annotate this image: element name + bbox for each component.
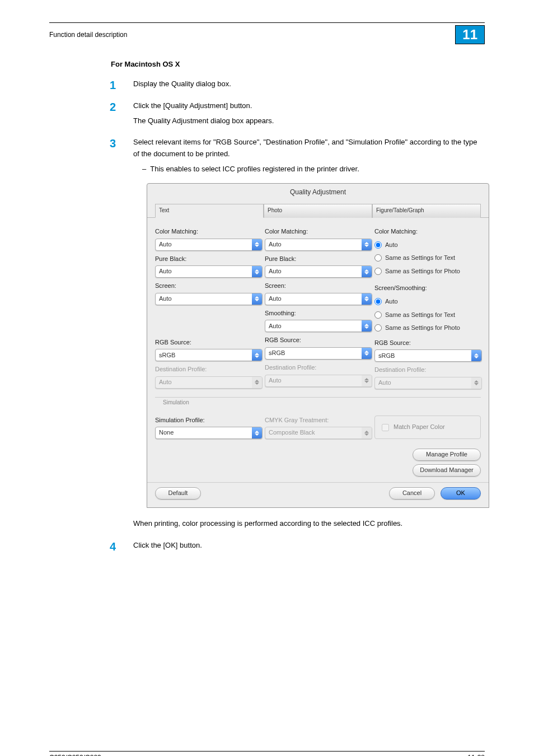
step-2: Click the [Quality Adjustment] button. T… (110, 100, 485, 127)
stepper-icon (252, 239, 262, 250)
tab-figure[interactable]: Figure/Table/Graph (372, 204, 481, 218)
radio-ss-auto[interactable]: Auto (374, 297, 481, 307)
column-photo: Color Matching: Auto Pure Black: Auto Sc… (265, 223, 371, 389)
step-4: Click the [OK] button. (110, 540, 485, 552)
label-pure-black-1: Pure Black: (155, 254, 261, 264)
simulation-group-label: Simulation (155, 398, 197, 407)
label-rgb-source-1: RGB Source: (155, 338, 261, 348)
column-text: Color Matching: Auto Pure Black: Auto Sc… (155, 223, 261, 389)
radio-label: Auto (385, 240, 398, 250)
label-dest-profile-1: Destination Profile: (155, 365, 261, 375)
label-simulation-profile: Simulation Profile: (155, 416, 261, 426)
step-1: Display the Quality dialog box. (110, 78, 485, 90)
stepper-icon (362, 348, 372, 359)
label-screen-2: Screen: (265, 281, 371, 291)
select-value: Auto (156, 240, 252, 250)
default-button[interactable]: Default (155, 487, 201, 500)
select-color-matching-photo[interactable]: Auto (265, 239, 372, 251)
select-value: Auto (156, 267, 252, 277)
radio-cm-same-photo[interactable]: Same as Settings for Photo (374, 267, 481, 277)
label-screen-smoothing-3: Screen/Smoothing: (374, 283, 481, 293)
select-pure-black-photo[interactable]: Auto (265, 265, 372, 278)
select-dest-profile-figure: Auto (374, 377, 482, 389)
stepper-icon (362, 239, 372, 250)
stepper-icon (252, 377, 262, 388)
ok-button[interactable]: OK (441, 487, 481, 500)
label-rgb-source-2: RGB Source: (265, 335, 371, 346)
step-3: Select relevant items for "RGB Source", … (110, 137, 485, 530)
cancel-button[interactable]: Cancel (389, 487, 435, 500)
select-screen-text[interactable]: Auto (155, 293, 263, 305)
section-heading: For Macintosh OS X (111, 60, 485, 68)
label-color-matching-1: Color Matching: (155, 227, 261, 237)
select-value: Auto (265, 376, 362, 386)
dialog-title: Quality Adjustment (147, 184, 489, 203)
select-value: Auto (265, 267, 362, 277)
select-value: Auto (375, 378, 471, 388)
select-value: sRGB (375, 351, 471, 361)
stepper-icon (252, 349, 262, 361)
page-header-title: Function detail description (49, 31, 127, 39)
select-dest-profile-text: Auto (155, 376, 263, 389)
stepper-icon (252, 427, 262, 438)
select-value: Auto (265, 240, 362, 250)
radio-ss-same-photo[interactable]: Same as Settings for Photo (374, 323, 481, 333)
select-smoothing-photo[interactable]: Auto (265, 320, 372, 332)
radio-label: Auto (385, 297, 398, 307)
column-figure: Color Matching: Auto Same as Settings fo… (374, 223, 481, 389)
radio-label: Same as Settings for Text (385, 253, 455, 263)
select-pure-black-text[interactable]: Auto (155, 265, 263, 278)
tab-text[interactable]: Text (155, 204, 264, 218)
label-dest-profile-2: Destination Profile: (265, 363, 371, 373)
radio-cm-same-text[interactable]: Same as Settings for Text (374, 253, 481, 263)
step-1-text: Display the Quality dialog box. (133, 80, 231, 88)
post-screenshot-text: When printing, color processing is perfo… (133, 518, 485, 530)
step-3-bullet-text: This enables to select ICC profiles regi… (150, 165, 359, 173)
select-dest-profile-photo: Auto (265, 375, 372, 387)
quality-adjustment-dialog: Quality Adjustment Text Photo Figure/Tab… (147, 183, 489, 508)
download-manager-button[interactable]: Download Manager (413, 464, 481, 477)
stepper-icon (252, 293, 262, 305)
select-value: Auto (265, 294, 362, 304)
label-cmyk-gray: CMYK Gray Treatment: (265, 416, 371, 426)
select-value: None (156, 428, 252, 438)
checkbox-match-paper-color: Match Paper Color (374, 416, 481, 439)
select-value: Auto (265, 321, 362, 332)
select-simulation-profile[interactable]: None (155, 427, 263, 439)
radio-ss-same-text[interactable]: Same as Settings for Text (374, 310, 481, 320)
radio-cm-auto[interactable]: Auto (374, 240, 481, 250)
label-color-matching-3: Color Matching: (374, 227, 481, 237)
tab-photo[interactable]: Photo (264, 204, 372, 218)
select-rgb-source-figure[interactable]: sRGB (374, 349, 482, 362)
select-rgb-source-photo[interactable]: sRGB (265, 347, 372, 360)
stepper-icon (362, 375, 372, 386)
select-color-matching-text[interactable]: Auto (155, 239, 263, 251)
select-rgb-source-text[interactable]: sRGB (155, 349, 263, 361)
label-smoothing-2: Smoothing: (265, 309, 371, 319)
radio-label: Same as Settings for Photo (385, 323, 460, 333)
stepper-icon (252, 266, 262, 277)
stepper-icon (362, 320, 372, 332)
stepper-icon (362, 427, 372, 438)
select-value: Auto (156, 294, 252, 304)
select-value: sRGB (265, 348, 362, 358)
label-rgb-source-3: RGB Source: (374, 338, 481, 348)
select-value: sRGB (156, 351, 252, 361)
stepper-icon (362, 293, 372, 305)
label-dest-profile-3: Destination Profile: (374, 365, 481, 375)
manage-profile-button[interactable]: Manage Profile (413, 449, 481, 461)
radio-label: Same as Settings for Photo (385, 267, 460, 277)
checkbox-input (382, 424, 389, 431)
chapter-number-badge: 11 (455, 25, 485, 44)
checkbox-label: Match Paper Color (394, 422, 445, 432)
footer-right: 11-38 (467, 754, 485, 756)
step-2-continuation: The Quality Adjustment dialog box appear… (133, 115, 485, 127)
step-2-text: Click the [Quality Adjustment] button. (133, 101, 252, 110)
select-value: Auto (156, 377, 252, 388)
select-cmyk-gray: Composite Black (265, 427, 372, 439)
radio-label: Same as Settings for Text (385, 310, 455, 320)
select-screen-photo[interactable]: Auto (265, 293, 372, 305)
stepper-icon (471, 350, 481, 361)
stepper-icon (471, 377, 481, 389)
label-screen-1: Screen: (155, 281, 261, 291)
